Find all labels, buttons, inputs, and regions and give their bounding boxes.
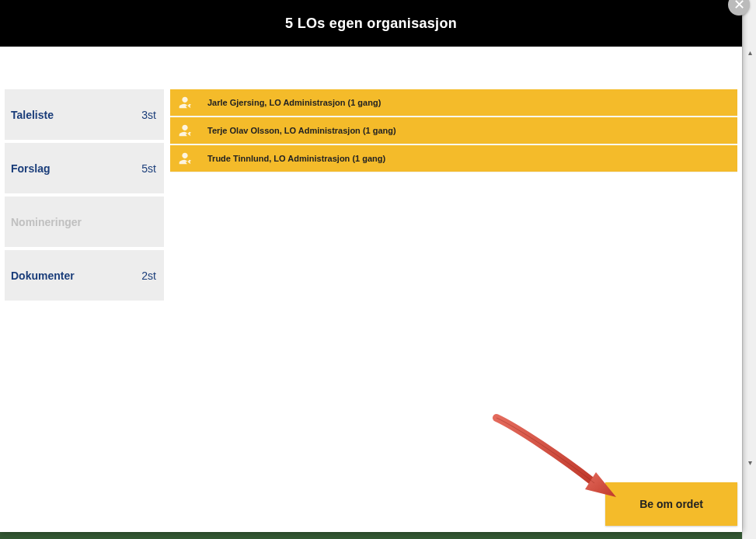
modal-window: ✕ 5 LOs egen organisasjon Taleliste 3st …: [0, 0, 742, 532]
scroll-down-icon[interactable]: ▾: [745, 458, 754, 468]
request-word-button[interactable]: Be om ordet: [605, 482, 737, 526]
action-label: Be om ordet: [639, 498, 703, 510]
tab-taleliste[interactable]: Taleliste 3st: [5, 89, 164, 140]
tab-count: 3st: [141, 109, 156, 121]
tab-forslag[interactable]: Forslag 5st: [5, 143, 164, 193]
person-icon: [176, 94, 193, 111]
tab-count: 5st: [141, 162, 156, 175]
modal-header: 5 LOs egen organisasjon: [0, 0, 742, 47]
speaker-text: Trude Tinnlund, LO Administrasjon (1 gan…: [207, 154, 385, 163]
tab-count: 2st: [141, 270, 156, 282]
speaker-row[interactable]: Jarle Gjersing, LO Administrasjon (1 gan…: [170, 89, 737, 116]
person-icon: [176, 122, 193, 139]
tab-label: Taleliste: [11, 109, 54, 121]
speaker-text: Jarle Gjersing, LO Administrasjon (1 gan…: [207, 98, 381, 107]
tab-dokumenter[interactable]: Dokumenter 2st: [5, 250, 164, 301]
sidebar: Taleliste 3st Forslag 5st Nomineringer D…: [5, 89, 164, 532]
speaker-text: Terje Olav Olsson, LO Administrasjon (1 …: [207, 126, 396, 135]
person-icon: [176, 150, 193, 167]
scroll-up-icon[interactable]: ▴: [745, 48, 754, 57]
speaker-row[interactable]: Trude Tinnlund, LO Administrasjon (1 gan…: [170, 145, 737, 172]
modal-title: 5 LOs egen organisasjon: [285, 16, 457, 32]
page-scrollbar[interactable]: ▴ ▾: [742, 0, 756, 539]
tab-label: Forslag: [11, 162, 51, 175]
tab-label: Nomineringer: [11, 216, 82, 228]
speaker-list: Jarle Gjersing, LO Administrasjon (1 gan…: [164, 89, 742, 532]
tab-nomineringer[interactable]: Nomineringer: [5, 196, 164, 247]
close-icon: ✕: [733, 0, 745, 13]
tab-label: Dokumenter: [11, 270, 75, 282]
speaker-row[interactable]: Terje Olav Olsson, LO Administrasjon (1 …: [170, 117, 737, 144]
